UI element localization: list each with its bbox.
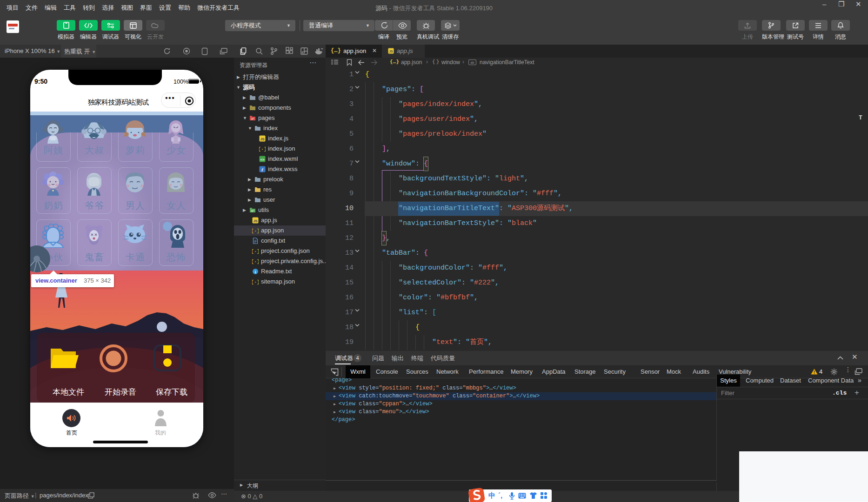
svg-text:<>: <> <box>260 158 265 162</box>
svg-text:{·}: {·} <box>252 249 259 254</box>
svg-text:{·}: {·} <box>252 279 259 285</box>
svg-text:ƒ: ƒ <box>261 167 264 172</box>
svg-text:{·}: {·} <box>252 228 259 234</box>
svg-text:JS: JS <box>253 219 257 223</box>
svg-text:JS: JS <box>389 50 393 53</box>
svg-text:{·}: {·} <box>252 259 259 264</box>
svg-text:{·}: {·} <box>259 146 266 152</box>
svg-text:JS: JS <box>260 137 264 141</box>
